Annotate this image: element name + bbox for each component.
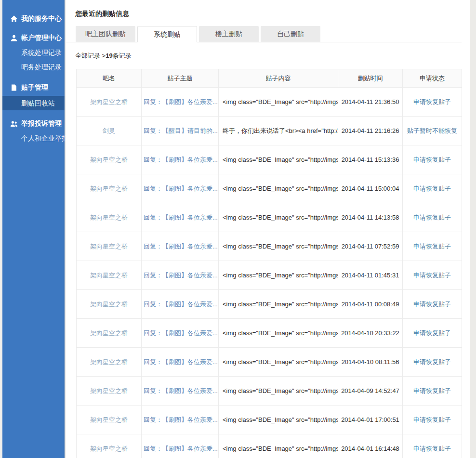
column-header: 贴子内容 bbox=[219, 69, 338, 88]
sidebar-heading[interactable]: 贴子管理 bbox=[2, 80, 65, 95]
tab-item[interactable]: 吧主团队删贴 bbox=[76, 26, 135, 42]
bar-name-link[interactable]: 架向星空之桥 bbox=[90, 243, 128, 250]
post-content: <img class="BDE_Image" src="http://imgs.… bbox=[219, 290, 338, 319]
topic-link[interactable]: 回复：【刷图】各位亲爱... bbox=[144, 329, 218, 337]
sidebar: 我的服务中心帐户管理中心系统处理记录吧务处理记录贴子管理删贴回收站举报投诉管理个… bbox=[2, 0, 65, 458]
topic-link[interactable]: 回复：【刷图】各位亲爱... bbox=[144, 358, 218, 366]
post-content: <img class="BDE_Image" src="http://imgs.… bbox=[219, 145, 338, 174]
sidebar-item[interactable]: 删贴回收站 bbox=[2, 96, 65, 110]
table-row: 架向星空之桥回复：【刷图】各位亲爱...<img class="BDE_Imag… bbox=[77, 88, 462, 117]
status-cell: 申请恢复贴子 bbox=[403, 290, 462, 319]
topic-cell: 回复：【刷图】各位亲爱... bbox=[142, 377, 219, 406]
status-link[interactable]: 申请恢复贴子 bbox=[413, 301, 451, 308]
home-icon bbox=[10, 15, 18, 23]
topic-cell: 回复：【刷图】各位亲爱... bbox=[142, 348, 219, 377]
topic-link[interactable]: 回复：【刷图】各位亲爱... bbox=[144, 387, 218, 394]
bar-name-link[interactable]: 剑灵 bbox=[103, 127, 115, 134]
records-summary-prefix: 全部记录 > bbox=[75, 52, 106, 59]
topic-link[interactable]: 回复：【刷图】各位亲爱... bbox=[144, 243, 218, 250]
main-panel: 您最近的删贴信息 吧主团队删贴系统删贴楼主删贴自己删贴 全部记录 >19条记录 … bbox=[66, 0, 470, 458]
delete-time: 2014-04-01 17:00:51 bbox=[338, 406, 403, 434]
sidebar-item[interactable]: 个人和企业举报 bbox=[2, 131, 65, 145]
topic-link[interactable]: 回复：【醒目】请目前的... bbox=[144, 127, 218, 134]
post-content: <img class="BDE_Image" src="http://imgs.… bbox=[219, 174, 338, 203]
topic-link[interactable]: 回复：【刷图】各位亲爱... bbox=[144, 416, 218, 423]
bar-name-link[interactable]: 架向星空之桥 bbox=[90, 329, 128, 337]
bar-name-cell: 架向星空之桥 bbox=[77, 406, 142, 434]
bar-name-link[interactable]: 架向星空之桥 bbox=[90, 214, 128, 221]
bar-name-link[interactable]: 架向星空之桥 bbox=[90, 358, 128, 366]
bar-name-link[interactable]: 架向星空之桥 bbox=[90, 387, 128, 394]
topic-cell: 回复：【醒目】请目前的... bbox=[142, 117, 219, 145]
sidebar-section: 举报投诉管理个人和企业举报 bbox=[2, 117, 65, 145]
bar-name-link[interactable]: 架向星空之桥 bbox=[90, 185, 128, 192]
sidebar-heading[interactable]: 举报投诉管理 bbox=[2, 117, 65, 131]
table-row: 架向星空之桥回复：【刷图】各位亲爱...<img class="BDE_Imag… bbox=[77, 232, 462, 261]
status-cell: 申请恢复贴子 bbox=[403, 377, 462, 406]
table-row: 架向星空之桥回复：【刷图】各位亲爱...<img class="BDE_Imag… bbox=[77, 174, 462, 203]
topic-link[interactable]: 回复：【刷图】各位亲爱... bbox=[144, 98, 218, 105]
bar-name-link[interactable]: 架向星空之桥 bbox=[90, 416, 128, 423]
bar-name-cell: 架向星空之桥 bbox=[77, 88, 142, 117]
sidebar-section: 我的服务中心 bbox=[2, 12, 65, 26]
topic-cell: 回复：【刷图】各位亲爱... bbox=[142, 290, 219, 319]
bar-name-cell: 架向星空之桥 bbox=[77, 319, 142, 348]
topic-link[interactable]: 回复：【刷图】各位亲爱... bbox=[144, 272, 218, 279]
status-cell: 申请恢复贴子 bbox=[403, 406, 462, 434]
topic-link[interactable]: 回复：【刷图】各位亲爱... bbox=[144, 214, 218, 221]
page-right-gutter bbox=[470, 0, 476, 458]
post-content: 终于，你们出来说话了<br><a href="http://... bbox=[219, 117, 338, 145]
bar-name-link[interactable]: 架向星空之桥 bbox=[90, 98, 128, 105]
sidebar-heading-label: 举报投诉管理 bbox=[21, 119, 62, 128]
topic-cell: 回复：【刷图】各位亲爱... bbox=[142, 203, 219, 232]
bar-name-cell: 架向星空之桥 bbox=[77, 377, 142, 406]
bar-name-link[interactable]: 架向星空之桥 bbox=[90, 301, 128, 308]
page-title: 您最近的删贴信息 bbox=[75, 10, 129, 18]
sidebar-heading[interactable]: 帐户管理中心 bbox=[2, 31, 65, 45]
column-header: 吧名 bbox=[77, 69, 142, 88]
topic-link[interactable]: 回复：【刷图】各位亲爱... bbox=[144, 445, 218, 452]
status-link[interactable]: 申请恢复贴子 bbox=[413, 243, 451, 250]
status-link[interactable]: 申请恢复贴子 bbox=[413, 416, 451, 423]
table-row: 架向星空之桥回复：【刷图】各位亲爱...<img class="BDE_Imag… bbox=[77, 406, 462, 434]
status-link[interactable]: 申请恢复贴子 bbox=[413, 214, 451, 221]
bar-name-link[interactable]: 架向星空之桥 bbox=[90, 156, 128, 163]
bar-name-cell: 架向星空之桥 bbox=[77, 174, 142, 203]
post-content: <img class="BDE_Image" src="http://imgs.… bbox=[219, 348, 338, 377]
bar-name-link[interactable]: 架向星空之桥 bbox=[90, 445, 128, 452]
sidebar-item[interactable]: 吧务处理记录 bbox=[2, 60, 65, 74]
status-text: 贴子暂时不能恢复 bbox=[407, 127, 457, 134]
topic-cell: 回复：【刷图】各位亲爱... bbox=[142, 406, 219, 434]
status-cell: 申请恢复贴子 bbox=[403, 88, 462, 117]
post-content: <img class="BDE_Image" src="http://imgs.… bbox=[219, 406, 338, 434]
sidebar-section: 贴子管理删贴回收站 bbox=[2, 80, 65, 110]
user-icon bbox=[10, 34, 18, 42]
topic-cell: 回复：【刷图】各位亲爱... bbox=[142, 434, 219, 458]
topic-link[interactable]: 回复：【刷图】各位亲爱... bbox=[144, 301, 218, 308]
table-row: 架向星空之桥回复：【刷图】各位亲爱...<img class="BDE_Imag… bbox=[77, 434, 462, 458]
status-link[interactable]: 申请恢复贴子 bbox=[413, 445, 451, 452]
delete-time: 2014-04-10 08:11:56 bbox=[338, 348, 403, 377]
status-link[interactable]: 申请恢复贴子 bbox=[413, 329, 451, 337]
sidebar-item[interactable]: 系统处理记录 bbox=[2, 45, 65, 60]
delete-time: 2014-04-11 15:13:36 bbox=[338, 145, 403, 174]
post-content: <img class="BDE_Image" src="http://imgs.… bbox=[219, 319, 338, 348]
bar-name-link[interactable]: 架向星空之桥 bbox=[90, 272, 128, 279]
status-link[interactable]: 申请恢复贴子 bbox=[413, 358, 451, 366]
tab-item[interactable]: 楼主删贴 bbox=[199, 26, 259, 42]
tab-bar: 吧主团队删贴系统删贴楼主删贴自己删贴 bbox=[66, 26, 462, 42]
sidebar-heading[interactable]: 我的服务中心 bbox=[2, 12, 65, 26]
table-row: 架向星空之桥回复：【刷图】各位亲爱...<img class="BDE_Imag… bbox=[77, 203, 462, 232]
tab-item[interactable]: 自己删贴 bbox=[261, 26, 320, 42]
status-link[interactable]: 申请恢复贴子 bbox=[413, 387, 451, 394]
status-link[interactable]: 申请恢复贴子 bbox=[413, 272, 451, 279]
status-link[interactable]: 申请恢复贴子 bbox=[413, 156, 451, 163]
status-link[interactable]: 申请恢复贴子 bbox=[413, 185, 451, 192]
delete-time: 2014-04-09 14:52:47 bbox=[338, 377, 403, 406]
topic-link[interactable]: 回复：【刷图】各位亲爱... bbox=[144, 185, 218, 192]
users-icon bbox=[10, 120, 18, 128]
status-link[interactable]: 申请恢复贴子 bbox=[413, 98, 451, 105]
tab-item[interactable]: 系统删贴 bbox=[137, 26, 197, 42]
topic-link[interactable]: 回复：【刷图】各位亲爱... bbox=[144, 156, 218, 163]
topic-cell: 回复：【刷图】各位亲爱... bbox=[142, 88, 219, 117]
